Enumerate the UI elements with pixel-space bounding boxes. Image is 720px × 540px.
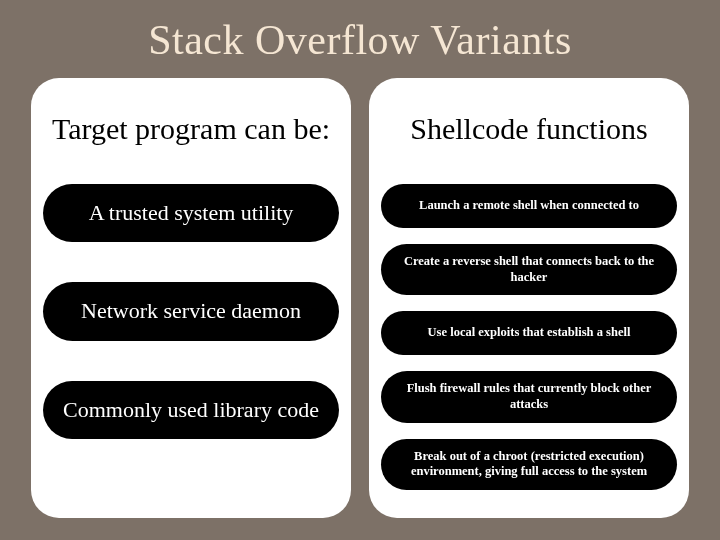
- left-items: A trusted system utility Network service…: [43, 184, 339, 439]
- right-panel: Shellcode functions Launch a remote shel…: [369, 78, 689, 518]
- left-panel: Target program can be: A trusted system …: [31, 78, 351, 518]
- list-item: Use local exploits that establish a shel…: [381, 311, 677, 355]
- slide-title: Stack Overflow Variants: [0, 0, 720, 78]
- list-item: Break out of a chroot (restricted execut…: [381, 439, 677, 490]
- list-item: Flush firewall rules that currently bloc…: [381, 371, 677, 422]
- right-items: Launch a remote shell when connected to …: [381, 184, 677, 490]
- list-item: Commonly used library code: [43, 381, 339, 439]
- columns-container: Target program can be: A trusted system …: [0, 78, 720, 518]
- list-item: A trusted system utility: [43, 184, 339, 242]
- list-item: Network service daemon: [43, 282, 339, 340]
- left-heading: Target program can be:: [43, 92, 339, 164]
- list-item: Launch a remote shell when connected to: [381, 184, 677, 228]
- right-heading: Shellcode functions: [381, 92, 677, 164]
- list-item: Create a reverse shell that connects bac…: [381, 244, 677, 295]
